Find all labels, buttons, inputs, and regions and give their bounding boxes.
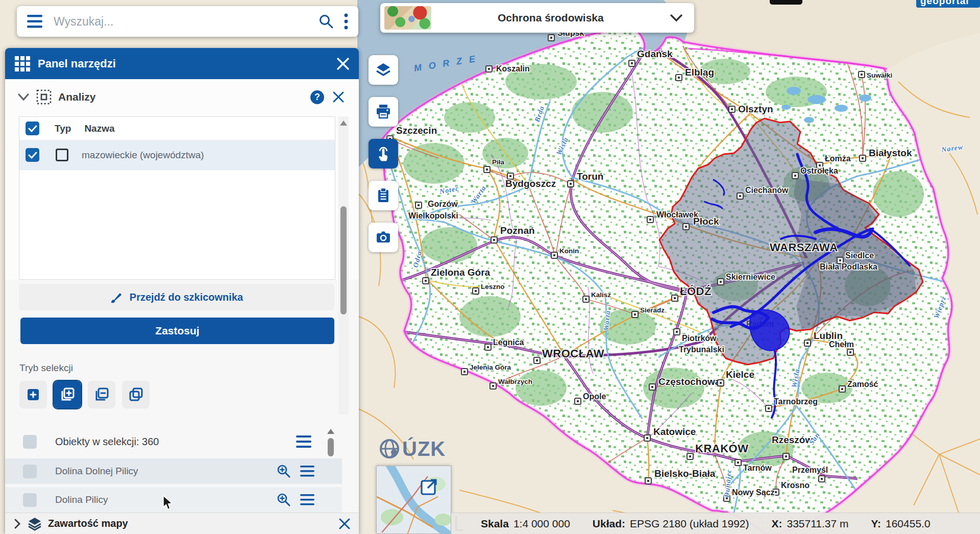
object-checkbox[interactable] [23, 493, 37, 507]
objects-in-selection-header[interactable]: Obiekty w selekcji: 360 [5, 428, 342, 455]
search-input[interactable] [53, 14, 308, 29]
city-marker-dot [739, 195, 741, 197]
city-marker-dot [676, 331, 678, 333]
table-row-mazowieckie[interactable]: mazowieckie (województwa) [19, 140, 335, 170]
close-panel-icon[interactable] [336, 57, 350, 70]
geoportal-app: Radom SłupskKoszalinGdańskElblągSuwałkiO… [0, 0, 980, 534]
close-analizy-icon[interactable] [332, 91, 345, 103]
kebab-menu-icon[interactable] [344, 13, 348, 30]
city-marker-dot [768, 407, 770, 409]
city-label: Lublin [814, 330, 843, 341]
city-label: Włocławek [656, 210, 698, 219]
selection-mode-label: Tryb selekcji [19, 362, 73, 374]
selection-table: Typ Nazwa mazowieckie (województwa) [19, 116, 335, 280]
city-label: Jelenia Góra [470, 363, 511, 371]
select-touch-tool-button[interactable] [369, 139, 398, 168]
globe-icon [378, 437, 401, 460]
object-checkbox[interactable] [23, 465, 37, 478]
scroll-up-arrow[interactable] [340, 120, 347, 126]
object-name: Dolina Dolnej Pilicy [55, 466, 138, 477]
new-selection-button[interactable] [19, 381, 47, 408]
city-label: Częstochowa [658, 376, 721, 387]
row-checkbox[interactable] [26, 148, 39, 162]
map-contents-bar[interactable]: Zawartość mapy [5, 513, 359, 534]
clipboard-tool-button[interactable] [369, 181, 398, 210]
city-label: KRAKÓW [695, 442, 748, 455]
city-marker-dot [577, 400, 579, 402]
analizy-section-header[interactable]: Analizy ? [5, 79, 359, 115]
zoom-to-object-icon[interactable] [277, 464, 291, 478]
city-label: Płock [693, 216, 719, 227]
panel-scrollbar[interactable] [338, 116, 349, 415]
overview-minimap[interactable] [376, 466, 451, 534]
status-crs: Układ:EPSG 2180 (układ 1992) [593, 518, 749, 530]
city-marker-dot [689, 455, 691, 457]
screenshot-tool-button[interactable] [369, 223, 398, 252]
city-marker-dot [418, 204, 420, 206]
column-typ: Typ [55, 123, 71, 134]
objects-scroll-thumb[interactable] [328, 438, 334, 456]
city-label: Sieradz [640, 306, 665, 314]
city-label: Elbląg [685, 67, 714, 78]
city-marker-dot [536, 359, 538, 361]
menu-icon[interactable] [27, 15, 42, 28]
city-label: ŁÓDŹ [680, 285, 712, 298]
city-label: Biała Podlaska [820, 262, 877, 271]
collapse-chevron-icon[interactable] [17, 93, 30, 101]
city-marker-dot [649, 219, 651, 221]
city-marker-dot [862, 157, 864, 159]
city-marker-dot [839, 259, 841, 261]
print-icon [375, 104, 392, 120]
expand-chevron-icon[interactable] [13, 518, 21, 529]
city-label: Nowy Sącz [732, 488, 775, 497]
analizy-title: Analizy [58, 91, 96, 103]
city-marker-dot [674, 297, 676, 299]
clipboard-icon [375, 187, 392, 204]
city-marker-dot [631, 62, 633, 64]
city-label: Bydgoszcz [505, 178, 556, 189]
city-label: Koszalin [496, 64, 530, 73]
basemap-layer-picker[interactable]: Ochrona środowiska [380, 3, 694, 33]
select-all-checkbox[interactable] [26, 122, 39, 135]
touch-select-icon [375, 145, 392, 162]
zoom-to-object-icon[interactable] [277, 493, 291, 507]
city-label: Siedlce [845, 251, 874, 260]
status-y: Y:160455.0 [871, 518, 930, 530]
object-menu-icon[interactable] [300, 466, 314, 477]
city-label: Skierniewice [726, 273, 775, 281]
city-label: Łomża [825, 154, 851, 163]
print-tool-button[interactable] [369, 97, 398, 127]
crs-label: Układ: [593, 518, 625, 529]
help-icon[interactable]: ? [310, 90, 324, 104]
city-label: Przemyśl [792, 466, 828, 474]
city-marker-dot [553, 254, 555, 256]
check-icon [28, 125, 37, 132]
object-list-item[interactable]: Dolina Dolnej Pilicy [5, 458, 342, 484]
status-x: X:335711.37 m [772, 518, 849, 530]
layers-tool-button[interactable] [369, 55, 398, 85]
scroll-thumb[interactable] [340, 206, 347, 314]
search-icon[interactable] [318, 14, 334, 29]
city-label: Ciechanów [745, 186, 789, 195]
apply-button[interactable]: Zastosuj [20, 318, 334, 344]
intersect-selection-button[interactable] [122, 381, 150, 408]
close-contents-icon[interactable] [338, 518, 351, 530]
subtract-from-selection-button[interactable] [88, 381, 115, 408]
city-label: Gdańsk [637, 48, 673, 59]
intersect-selection-icon [128, 386, 144, 403]
objects-select-all-checkbox[interactable] [23, 435, 37, 449]
geoportal-logo[interactable]: geoportal [916, 0, 980, 8]
map-contents-label: Zawartość mapy [48, 518, 128, 529]
city-label: Ostrołęka [800, 166, 838, 175]
object-menu-icon[interactable] [300, 494, 314, 505]
objects-scroll-up[interactable] [327, 429, 334, 434]
go-to-sketchpad-button[interactable]: Przejdź do szkicownika [19, 284, 334, 310]
search-bar [17, 6, 358, 37]
add-to-selection-button[interactable] [54, 381, 81, 408]
city-marker-dot [731, 108, 733, 110]
city-label: Trybunalski [679, 345, 724, 354]
geometry-type-icon [56, 149, 68, 161]
expand-minimap-icon[interactable] [419, 475, 440, 497]
panel-title: Panel narzędzi [38, 57, 116, 70]
objects-menu-icon[interactable] [296, 435, 311, 448]
